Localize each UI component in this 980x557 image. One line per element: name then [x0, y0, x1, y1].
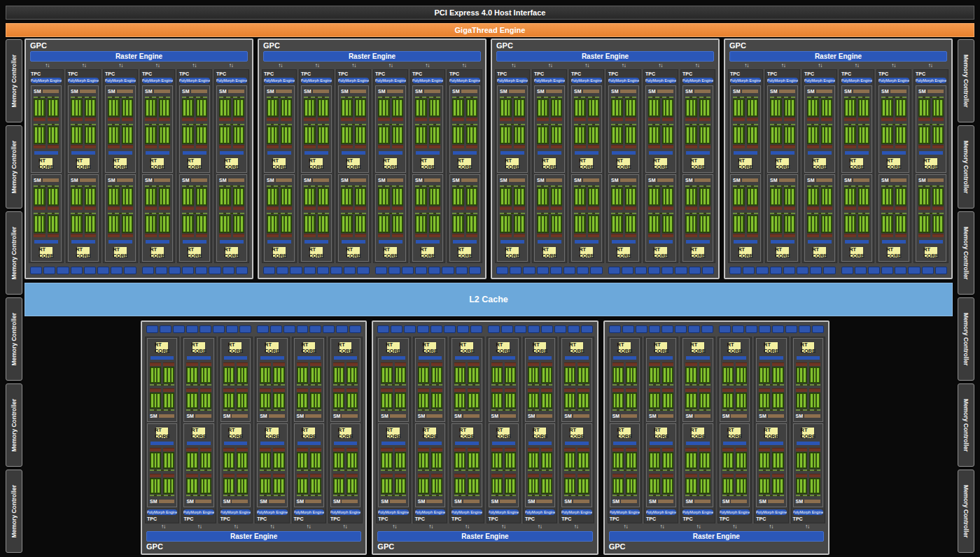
tpc-label: TPC: [571, 71, 602, 77]
core-column: [612, 189, 615, 204]
core-array: [186, 393, 211, 409]
core-column: [846, 189, 848, 204]
core-block: [122, 215, 134, 233]
texture-bar: [575, 240, 598, 244]
sm-core-row: [304, 123, 329, 149]
sm-block: RT CORESM: [793, 338, 823, 422]
ldst-segment: [551, 118, 563, 121]
texture-bar: [146, 240, 169, 244]
ldst-segment: [281, 118, 293, 121]
core-array: [796, 367, 820, 383]
core-column: [812, 127, 814, 143]
sm-block: RT CORESM: [220, 423, 251, 507]
core-column: [738, 127, 740, 143]
core-column: [476, 394, 478, 408]
sm-label: SM: [733, 88, 741, 94]
sm-header: SM: [150, 498, 174, 505]
sm-header: SM: [612, 413, 637, 419]
rop-unit: [636, 325, 648, 333]
sm-header: SM: [796, 413, 820, 419]
scheduler-strip: [918, 124, 944, 125]
ldst-segment: [733, 206, 745, 210]
sm-header: SM: [685, 177, 710, 183]
core-block: [219, 188, 231, 206]
ldst-segment: [355, 234, 367, 237]
core-column: [923, 189, 925, 204]
core-column: [172, 368, 174, 382]
rop-unit: [357, 267, 369, 274]
core-column: [515, 216, 517, 232]
scheduler-strip: [381, 495, 405, 496]
sm-header: SM: [759, 413, 783, 419]
core-block: [662, 452, 673, 469]
gpc-label: GPC: [495, 41, 715, 50]
core-block: [821, 99, 833, 117]
core-block: [625, 188, 637, 206]
tpc-row: TPCPolyMorph EngineSMRT CORESMRT CORETPC…: [262, 69, 482, 263]
core-array: [219, 215, 244, 233]
core-block: [699, 478, 710, 495]
core-array: [260, 393, 284, 409]
core-block: [649, 367, 660, 383]
core-block: [551, 99, 563, 117]
core-column: [774, 368, 776, 382]
core-column: [620, 216, 622, 232]
texture-bar: [334, 442, 357, 445]
polymorph-engine-bar: PolyMorph Engine: [330, 509, 360, 515]
ldst-row: [574, 206, 599, 210]
core-column: [582, 189, 584, 204]
core-block: [71, 215, 83, 233]
sm-block: SMRT CORE: [841, 85, 872, 173]
ldst-row: [297, 388, 321, 392]
core-column: [35, 216, 37, 232]
ldst-row: [108, 118, 133, 121]
sm-label: SM: [611, 88, 619, 94]
core-column: [538, 216, 540, 232]
texture-bar: [919, 151, 943, 155]
scheduler-strip: [418, 470, 442, 471]
core-column: [866, 100, 868, 115]
core-column: [474, 216, 476, 232]
core-block: [858, 126, 870, 144]
ldst-segment: [454, 448, 465, 451]
tpc-label: TPC: [378, 516, 408, 522]
core-column: [586, 394, 588, 408]
pci-host-interface-bar: PCI Express 4.0 Host Interface: [6, 6, 974, 20]
core-block: [163, 478, 174, 495]
scheduler-strip: [500, 213, 525, 214]
ldst-row: [260, 474, 284, 477]
scheduler-strip: [182, 124, 207, 125]
core-column: [934, 100, 936, 115]
core-column: [690, 100, 692, 115]
core-column: [437, 100, 439, 115]
core-column: [671, 479, 673, 493]
core-block: [310, 367, 321, 383]
core-column: [555, 100, 557, 115]
rt-core-badge: RT CORE: [272, 246, 286, 258]
core-block: [612, 367, 624, 383]
ldst-segment: [932, 145, 944, 148]
ldst-segment: [551, 234, 563, 237]
core-column: [816, 100, 818, 115]
core-column: [650, 479, 652, 493]
core-column: [386, 368, 388, 382]
core-column: [244, 453, 246, 467]
core-block: [304, 99, 316, 117]
sm-block: SMRT CORE: [730, 85, 761, 173]
ldst-segment: [355, 118, 367, 121]
core-column: [751, 189, 753, 204]
ldst-row: [881, 145, 906, 148]
scheduler-strip: [223, 495, 248, 496]
ldst-segment: [182, 145, 194, 148]
core-array: [333, 452, 358, 469]
core-column: [268, 368, 270, 382]
core-column: [430, 216, 433, 232]
ldst-segment: [784, 145, 796, 148]
core-column: [575, 189, 578, 204]
memory-controller-label: Memory Controller: [10, 55, 18, 108]
sm-block: SMRT CORE: [608, 174, 639, 262]
tpc-label: TPC: [375, 71, 406, 77]
core-column: [687, 100, 689, 115]
sm-tan-bar: [890, 178, 907, 182]
core-column: [755, 189, 757, 204]
